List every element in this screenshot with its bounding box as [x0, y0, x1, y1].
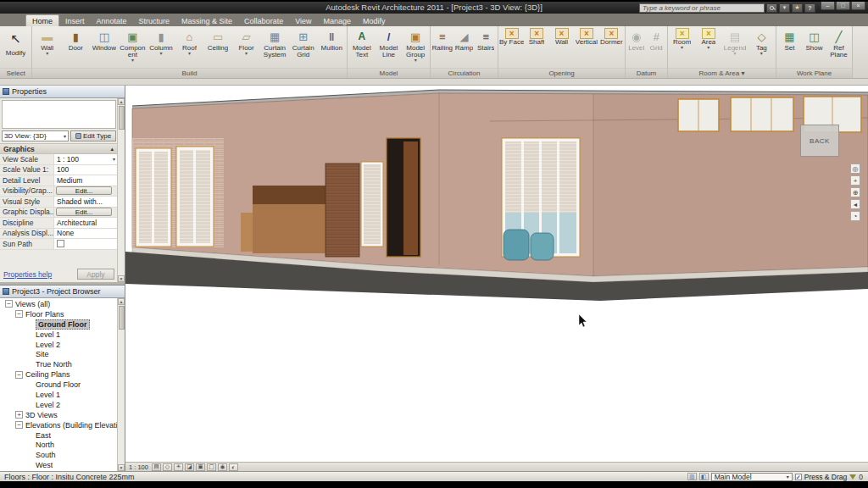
sun-path-icon[interactable] [174, 463, 183, 471]
ribbon-tab[interactable]: View [289, 15, 317, 26]
close-button[interactable] [851, 2, 865, 10]
ribbon-button[interactable]: Set [777, 27, 802, 68]
ribbon-button[interactable]: Wall [549, 27, 574, 68]
tree-item[interactable]: + 3D Views [0, 410, 125, 420]
ribbon-tab[interactable]: Annotate [91, 15, 133, 26]
ribbon-button[interactable]: Ramp [453, 27, 476, 68]
apply-button[interactable]: Apply [77, 269, 114, 280]
search-options-chevron-icon[interactable] [779, 3, 790, 13]
tree-expander-icon[interactable]: − [5, 300, 13, 308]
tree-item[interactable]: Level 2 [0, 400, 125, 410]
browser-scrollbar[interactable] [117, 298, 125, 471]
ribbon-button[interactable]: Railing [431, 27, 453, 68]
ribbon-button[interactable]: Area [695, 27, 721, 68]
tree-item[interactable]: North [0, 440, 125, 450]
property-value[interactable]: 100 [54, 165, 117, 175]
ribbon-button[interactable]: Stairs [475, 27, 497, 68]
ribbon-tab[interactable]: Manage [318, 15, 358, 26]
tree-item[interactable]: − Views (all) [0, 299, 125, 309]
ribbon-button[interactable]: Tag [748, 27, 775, 68]
ribbon-tab[interactable]: Modify [357, 15, 392, 26]
ribbon-tab[interactable]: Home [25, 14, 59, 26]
ribbon-button[interactable]: Modify [1, 27, 31, 68]
property-value[interactable]: Medium [54, 175, 117, 186]
tree-item[interactable]: Site [0, 349, 125, 359]
ribbon-button[interactable]: Legend [722, 27, 748, 68]
maximize-button[interactable] [836, 2, 850, 10]
type-selector-dropdown[interactable]: 3D View: {3D} [2, 130, 69, 141]
help-icon[interactable] [804, 3, 815, 13]
pan-icon[interactable] [850, 175, 860, 186]
shadows-icon[interactable] [185, 463, 194, 471]
edit-type-button[interactable]: Edit Type [70, 130, 116, 141]
ribbon-tab[interactable]: Massing & Site [175, 15, 238, 26]
drawing-area[interactable]: BACK 1 : 100 [125, 86, 868, 471]
viewcube[interactable]: BACK [800, 125, 839, 157]
ribbon-button[interactable]: Curtain System [260, 27, 289, 68]
ribbon-button[interactable]: Curtain Grid [289, 27, 318, 68]
ribbon-button[interactable]: Level [626, 27, 647, 68]
properties-help-link[interactable]: Properties help [3, 270, 52, 279]
property-value[interactable]: 1 : 100 [54, 154, 117, 164]
tree-item[interactable]: Ground Floor [0, 319, 125, 330]
ribbon-button[interactable]: Grid [647, 27, 667, 68]
tree-item[interactable]: − Floor Plans [0, 309, 125, 319]
tree-item[interactable]: West [0, 460, 125, 470]
ribbon-button[interactable]: Ref Plane [826, 27, 851, 68]
worksets-icon[interactable] [687, 473, 697, 480]
ribbon-button[interactable]: Roof [175, 27, 204, 68]
search-icon[interactable] [766, 3, 777, 13]
ribbon-button[interactable]: Component [119, 27, 147, 68]
graphics-section-header[interactable]: Graphics [0, 143, 117, 154]
scroll-up-icon[interactable] [118, 98, 125, 105]
orbit-icon[interactable] [850, 211, 860, 221]
view-scale-button[interactable]: 1 : 100 [129, 463, 148, 471]
ribbon-tab[interactable]: Collaborate [238, 15, 289, 26]
reveal-hidden-icon[interactable] [229, 463, 238, 471]
ribbon-button[interactable]: Mullion [317, 27, 346, 68]
ribbon-button[interactable]: Door [62, 27, 91, 68]
project-browser-header[interactable]: Project3 - Project Browser [0, 286, 125, 298]
properties-scrollbar[interactable] [117, 98, 125, 282]
tree-item[interactable]: True North [0, 359, 125, 369]
scroll-down-icon[interactable] [118, 275, 125, 282]
scrollbar-thumb[interactable] [119, 106, 125, 130]
ribbon-button[interactable]: Model Line [376, 27, 403, 68]
property-value[interactable]: Edit... [56, 208, 112, 216]
properties-header[interactable]: Properties [0, 86, 125, 98]
tree-expander-icon[interactable]: + [15, 411, 23, 419]
property-value[interactable]: Architectural [54, 218, 117, 228]
tree-item[interactable]: Ground Floor [0, 380, 125, 390]
ribbon-button[interactable]: By Face [499, 27, 524, 68]
ribbon-panel-label[interactable]: Room & Area ▾ [668, 68, 776, 78]
tree-item[interactable]: − Elevations (Building Elevation [0, 420, 125, 430]
ribbon-tab[interactable]: Insert [59, 15, 91, 26]
ribbon-button[interactable]: Dormer [599, 27, 624, 68]
tree-item[interactable]: Level 1 [0, 390, 125, 400]
design-options-icon[interactable] [699, 473, 709, 480]
scroll-down-icon[interactable] [118, 464, 125, 471]
detail-level-icon[interactable] [152, 463, 161, 471]
property-value[interactable] [54, 239, 117, 249]
zoom-icon[interactable] [850, 187, 860, 197]
ribbon-button[interactable]: Shaft [524, 27, 548, 68]
press-drag-checkbox[interactable] [795, 474, 802, 480]
minimize-button[interactable] [821, 2, 835, 10]
ribbon-button[interactable]: Show [802, 27, 826, 68]
tree-expander-icon[interactable]: − [15, 371, 23, 379]
temp-hide-icon[interactable] [218, 463, 227, 471]
ribbon-button[interactable]: Model Text [348, 27, 376, 68]
ribbon-button[interactable]: Floor [232, 27, 261, 68]
crop-view-icon[interactable] [196, 463, 205, 471]
property-value[interactable]: Shaded with... [54, 197, 117, 207]
ribbon-button[interactable]: Vertical [574, 27, 598, 68]
visual-style-icon[interactable] [163, 463, 172, 471]
ribbon-button[interactable]: Window [90, 27, 119, 68]
tree-item[interactable]: South [0, 450, 125, 460]
ribbon-button[interactable]: Ceiling [203, 27, 232, 68]
ribbon-button[interactable]: Column [147, 27, 175, 68]
filter-icon[interactable] [849, 474, 856, 480]
show-crop-icon[interactable] [207, 463, 216, 471]
tree-expander-icon[interactable]: − [15, 310, 23, 318]
tree-item[interactable]: − Ceiling Plans [0, 369, 125, 380]
